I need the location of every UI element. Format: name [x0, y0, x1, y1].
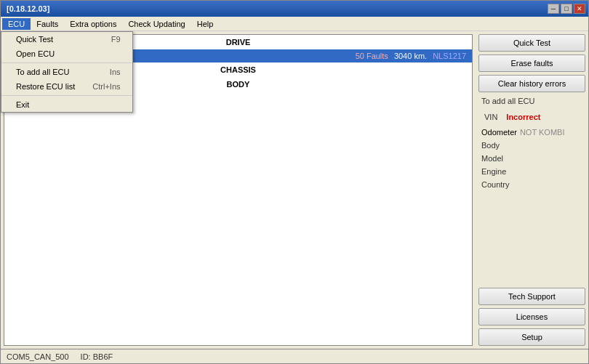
clear-history-button[interactable]: Clear history errors: [478, 75, 585, 92]
engine-info-label: Engine: [478, 166, 585, 177]
fault-count: 50 Faults: [356, 52, 388, 60]
setup-button[interactable]: Setup: [478, 328, 585, 346]
dropdown-to-add-all-ecu[interactable]: To add all ECU Ins: [1, 65, 132, 79]
title-controls: ─ □ ✕: [548, 4, 585, 14]
dropdown-exit[interactable]: Exit: [1, 97, 132, 112]
dropdown-quick-test[interactable]: Quick Test F9: [1, 32, 132, 46]
erase-faults-button[interactable]: Erase faults: [478, 54, 585, 72]
to-add-ecu-label: To add all ECU: [478, 95, 585, 107]
menu-ecu[interactable]: ECU: [2, 18, 31, 30]
odometer-info: NOT KOMBI: [520, 128, 565, 137]
vin-value: NLS1217: [433, 52, 466, 60]
main-window: [0.18.12.03] ─ □ ✕ ECU Faults Extra opti…: [0, 0, 589, 364]
menu-help[interactable]: Help: [191, 18, 220, 30]
dropdown-sep-2: [1, 95, 132, 96]
vin-status: Incorrect: [503, 111, 543, 123]
body-info-label: Body: [478, 140, 585, 150]
status-bar: COM5_CAN_500 ID: BB6F: [1, 349, 588, 363]
menu-check-updating[interactable]: Check Updating: [122, 18, 191, 30]
ecu-dropdown: Quick Test F9 Open ECU To add all ECU In…: [1, 31, 133, 113]
country-info-label: Country: [478, 179, 585, 190]
right-panel: Quick Test Erase faults Clear history er…: [476, 31, 588, 349]
menu-extra-options[interactable]: Extra options: [64, 18, 122, 30]
dropdown-restore-ecu-list[interactable]: Restore ECU list Ctrl+Ins: [1, 79, 132, 94]
licenses-button[interactable]: Licenses: [478, 308, 585, 325]
quick-test-button[interactable]: Quick Test: [478, 34, 585, 52]
com-status: COM5_CAN_500: [7, 352, 69, 361]
title-bar: [0.18.12.03] ─ □ ✕: [1, 1, 588, 17]
menu-faults[interactable]: Faults: [31, 18, 64, 30]
minimize-button[interactable]: ─: [548, 4, 559, 14]
dropdown-sep-1: [1, 62, 132, 63]
menu-bar: ECU Faults Extra options Check Updating …: [1, 17, 588, 31]
model-info-label: Model: [478, 153, 585, 163]
odometer-label: Odometer: [481, 128, 517, 137]
vin-label: VIN: [481, 111, 500, 123]
tech-support-button[interactable]: Tech Support: [478, 288, 585, 305]
odometer-value: 3040 km.: [394, 52, 427, 60]
close-button[interactable]: ✕: [574, 4, 585, 14]
id-status: ID: BB6F: [81, 352, 113, 361]
maximize-button[interactable]: □: [561, 4, 572, 14]
window-title: [0.18.12.03]: [7, 4, 49, 13]
dropdown-open-ecu[interactable]: Open ECU: [1, 46, 132, 61]
